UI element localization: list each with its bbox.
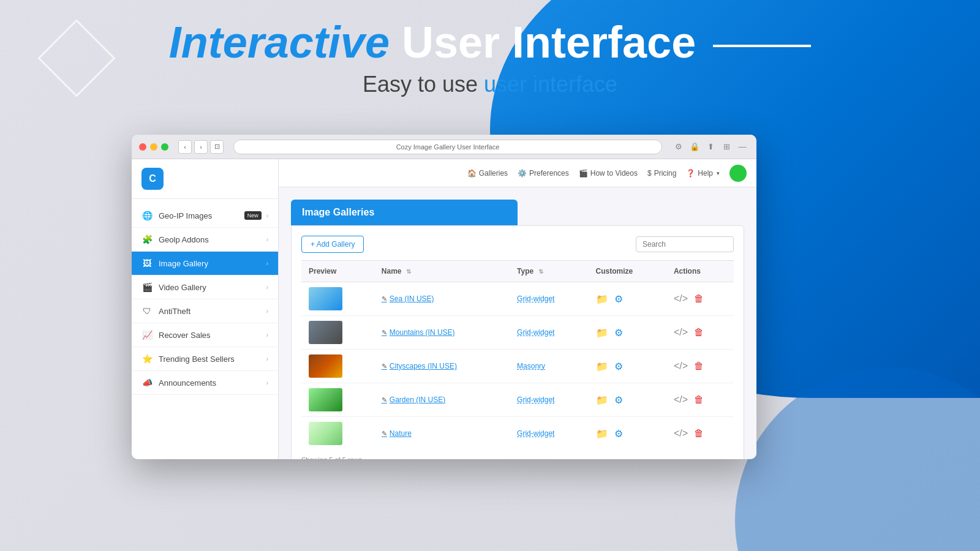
video-icon: 🎬 <box>579 169 588 178</box>
browser-nav: ‹ › ⊡ <box>178 140 224 154</box>
sidebar-item-announcements[interactable]: 📣 Announcements › <box>132 371 278 395</box>
settings-icon[interactable]: ⚙ <box>614 327 623 339</box>
settings-icon[interactable]: ⚙ <box>614 394 623 406</box>
gallery-name-link[interactable]: ✎ Sea (IN USE) <box>382 294 502 303</box>
cell-preview <box>301 282 374 316</box>
sidebar-item-image-gallery[interactable]: 🖼 Image Gallery › <box>132 252 278 276</box>
trending-icon: ⭐ <box>141 354 153 364</box>
cell-customize: 📁 ⚙ <box>589 316 666 350</box>
sidebar-label-trending-best-sellers: Trending Best Sellers <box>159 354 266 364</box>
sidebar-label-antitheft: AntiTheft <box>159 307 266 316</box>
folder-icon[interactable]: 📁 <box>596 293 608 305</box>
browser-action-1[interactable]: ⚙ <box>672 140 685 154</box>
close-button[interactable] <box>139 143 146 151</box>
folder-icon[interactable]: 📁 <box>596 394 608 406</box>
thumbnail[interactable] <box>309 388 342 411</box>
gallery-name-link[interactable]: ✎ Cityscapes (IN USE) <box>382 362 502 370</box>
back-button[interactable]: ‹ <box>178 140 192 154</box>
cell-preview <box>301 350 374 383</box>
settings-icon[interactable]: ⚙ <box>614 428 623 440</box>
delete-icon[interactable]: 🗑 <box>694 428 704 439</box>
geo-ip-icon: 🌐 <box>141 211 153 220</box>
hero-section: Interactive User Interface Easy to use u… <box>0 18 980 97</box>
cell-preview <box>301 417 374 451</box>
toolbar: + Add Gallery <box>301 236 734 253</box>
search-input[interactable] <box>636 236 734 252</box>
tab-button[interactable]: ⊡ <box>210 140 224 154</box>
thumbnail[interactable] <box>309 321 342 344</box>
nav-pricing[interactable]: $ Pricing <box>647 169 676 178</box>
settings-icon[interactable]: ⚙ <box>614 361 623 372</box>
sort-icon-name: ⇅ <box>406 268 411 275</box>
sidebar-item-recover-sales[interactable]: 📈 Recover Sales › <box>132 323 278 347</box>
hero-title-interactive: Interactive <box>169 18 390 67</box>
gallery-name-link[interactable]: ✎ Mountains (IN USE) <box>382 328 502 337</box>
cell-actions: </> 🗑 <box>666 383 734 417</box>
cell-name: ✎ Nature <box>374 417 510 451</box>
sidebar-label-geolp-addons: Geolp Addons <box>159 235 266 244</box>
hero-subtitle: Easy to use user interface <box>0 72 980 97</box>
table-row: ✎ Garden (IN USE)Grid-widget 📁 ⚙ </> 🗑 <box>301 383 734 417</box>
delete-icon[interactable]: 🗑 <box>694 394 704 405</box>
profile-avatar[interactable] <box>729 165 747 182</box>
gallery-type-link[interactable]: Grid-widget <box>517 429 554 438</box>
browser-window: ‹ › ⊡ Cozy Image Gallery User Interface … <box>132 135 756 459</box>
dropdown-icon: ▾ <box>717 170 720 176</box>
gallery-type-link[interactable]: Grid-widget <box>517 294 554 303</box>
cell-customize: 📁 ⚙ <box>589 417 666 451</box>
code-icon[interactable]: </> <box>674 394 688 405</box>
cell-customize: 📁 ⚙ <box>589 350 666 383</box>
thumbnail[interactable] <box>309 354 342 378</box>
help-icon: ❓ <box>686 169 695 178</box>
cell-customize: 📁 ⚙ <box>589 282 666 316</box>
browser-action-4[interactable]: ⊞ <box>720 140 733 154</box>
content-card: + Add Gallery Preview Name ⇅ Type ⇅ Cust… <box>291 225 744 459</box>
sidebar-item-video-gallery[interactable]: 🎬 Video Gallery › <box>132 276 278 299</box>
folder-icon[interactable]: 📁 <box>596 327 608 339</box>
cell-name: ✎ Mountains (IN USE) <box>374 316 510 350</box>
forward-button[interactable]: › <box>194 140 208 154</box>
code-icon[interactable]: </> <box>674 327 688 338</box>
nav-how-to-videos[interactable]: 🎬 How to Videos <box>579 169 638 178</box>
browser-action-5[interactable]: — <box>736 140 749 154</box>
page-content: Image Galleries + Add Gallery <box>279 187 756 459</box>
pricing-icon: $ <box>647 169 652 178</box>
nav-preferences[interactable]: ⚙️ Preferences <box>518 169 569 178</box>
section-header-wrap: Image Galleries <box>291 200 744 225</box>
sidebar-item-geo-ip-images[interactable]: 🌐 Geo-IP Images New › <box>132 204 278 228</box>
code-icon[interactable]: </> <box>674 293 688 304</box>
minimize-button[interactable] <box>150 143 157 151</box>
address-bar[interactable]: Cozy Image Gallery User Interface <box>233 140 662 154</box>
add-gallery-button[interactable]: + Add Gallery <box>301 236 364 253</box>
col-actions: Actions <box>666 261 734 282</box>
delete-icon[interactable]: 🗑 <box>694 293 704 304</box>
hero-underline <box>713 45 811 47</box>
nav-galleries[interactable]: 🏠 Galleries <box>467 169 508 178</box>
cell-actions: </> 🗑 <box>666 316 734 350</box>
col-customize: Customize <box>589 261 666 282</box>
settings-icon[interactable]: ⚙ <box>614 293 623 305</box>
browser-action-2[interactable]: 🔒 <box>688 140 701 154</box>
nav-help[interactable]: ❓ Help ▾ <box>686 169 720 178</box>
gallery-type-link[interactable]: Grid-widget <box>517 395 554 404</box>
chevron-icon: › <box>266 380 268 386</box>
folder-icon[interactable]: 📁 <box>596 428 608 440</box>
thumbnail[interactable] <box>309 422 342 445</box>
gallery-name-link[interactable]: ✎ Nature <box>382 429 502 438</box>
gallery-name-link[interactable]: ✎ Garden (IN USE) <box>382 395 502 404</box>
sidebar-item-trending-best-sellers[interactable]: ⭐ Trending Best Sellers › <box>132 347 278 371</box>
sidebar-item-antitheft[interactable]: 🛡 AntiTheft › <box>132 299 278 323</box>
hero-subtitle-part2: user interface <box>484 72 617 97</box>
delete-icon[interactable]: 🗑 <box>694 361 704 372</box>
recover-sales-icon: 📈 <box>141 330 153 340</box>
gallery-type-link[interactable]: Masonry <box>517 362 545 370</box>
sidebar-item-geolp-addons[interactable]: 🧩 Geolp Addons › <box>132 228 278 252</box>
thumbnail[interactable] <box>309 287 342 310</box>
code-icon[interactable]: </> <box>674 428 688 439</box>
maximize-button[interactable] <box>161 143 168 151</box>
folder-icon[interactable]: 📁 <box>596 361 608 372</box>
browser-action-3[interactable]: ⬆ <box>704 140 717 154</box>
delete-icon[interactable]: 🗑 <box>694 327 704 338</box>
code-icon[interactable]: </> <box>674 361 688 372</box>
gallery-type-link[interactable]: Grid-widget <box>517 328 554 337</box>
